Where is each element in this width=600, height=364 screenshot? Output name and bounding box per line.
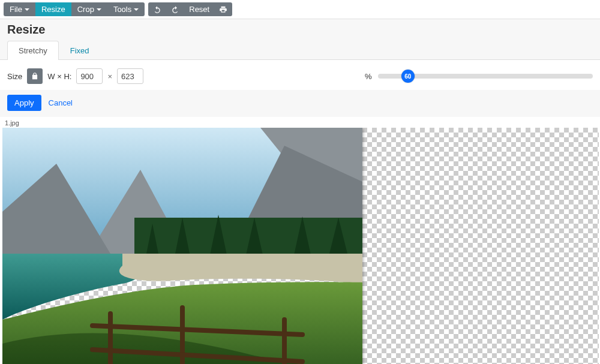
print-button[interactable] [214, 2, 232, 16]
apply-label: Apply [14, 98, 34, 107]
resize-panel: Resize Stretchy Fixed Size W × H: × % 60 [0, 19, 600, 117]
menu-group-history: Reset [148, 2, 232, 16]
lock-aspect-button[interactable] [27, 68, 43, 84]
menubar: File Resize Crop Tools Reset [0, 0, 600, 19]
canvas-area[interactable] [2, 128, 599, 364]
menu-crop-label: Crop [77, 5, 94, 14]
percent-slider[interactable]: 60 [378, 74, 593, 79]
undo-button[interactable] [148, 2, 166, 16]
width-input[interactable] [76, 68, 103, 84]
slider-thumb[interactable]: 60 [401, 70, 415, 83]
undo-icon [153, 5, 161, 14]
caret-icon [97, 8, 101, 11]
reset-button[interactable]: Reset [184, 2, 214, 16]
lock-icon [31, 72, 39, 80]
reset-label: Reset [189, 5, 209, 14]
size-controls: Size W × H: × % 60 [0, 60, 600, 90]
resize-tabs: Stretchy Fixed [0, 40, 600, 60]
tab-stretchy-label: Stretchy [19, 46, 47, 55]
wh-label: W × H: [47, 72, 71, 81]
redo-icon [171, 5, 179, 14]
caret-icon [25, 8, 29, 11]
apply-button[interactable]: Apply [7, 95, 41, 111]
redo-button[interactable] [166, 2, 184, 16]
menu-file-label: File [10, 5, 22, 14]
slider-value: 60 [404, 73, 411, 80]
tab-fixed-label: Fixed [70, 46, 89, 55]
menu-resize[interactable]: Resize [35, 2, 71, 16]
menu-resize-label: Resize [41, 5, 65, 14]
tab-stretchy[interactable]: Stretchy [7, 41, 59, 60]
menu-crop[interactable]: Crop [71, 2, 107, 16]
menu-file[interactable]: File [4, 2, 35, 16]
size-label: Size [7, 72, 22, 81]
cancel-button[interactable]: Cancel [46, 95, 75, 111]
print-icon [219, 5, 227, 14]
height-input[interactable] [117, 68, 143, 84]
percent-slider-wrap: % 60 [365, 72, 593, 81]
panel-title: Resize [7, 23, 593, 37]
percent-symbol: % [365, 72, 372, 81]
tab-fixed[interactable]: Fixed [59, 41, 101, 60]
landscape-image-icon [2, 128, 362, 364]
action-row: Apply Cancel [7, 90, 593, 111]
menu-tools[interactable]: Tools [107, 2, 145, 16]
caret-icon [134, 8, 139, 11]
menu-tools-label: Tools [113, 5, 131, 14]
cancel-label: Cancel [49, 98, 73, 107]
multiply-symbol: × [107, 72, 112, 81]
image-preview[interactable] [2, 128, 362, 364]
menu-group-main: File Resize Crop Tools [4, 2, 145, 16]
filename-label: 1.jpg [0, 117, 600, 128]
